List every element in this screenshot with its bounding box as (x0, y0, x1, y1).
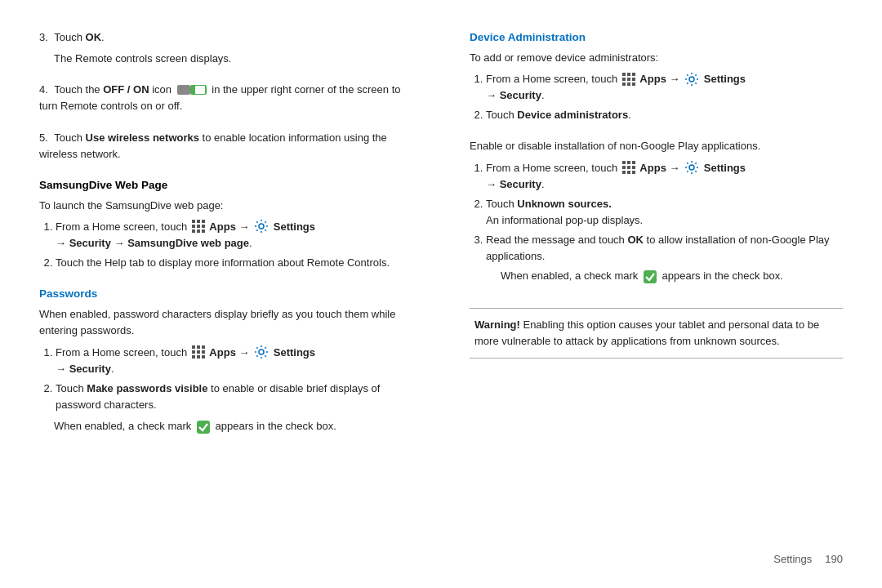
us-apps-label: Apps (639, 162, 666, 174)
svg-rect-16 (192, 350, 195, 354)
passwords-step1: From a Home screen, touch (56, 345, 412, 377)
samsungdive-steps: From a Home screen, touch (39, 219, 412, 271)
step4-text: 4. Touch the OFF / ON icon in the upper … (39, 82, 412, 114)
svg-point-22 (259, 350, 264, 354)
step3-ok: OK (86, 31, 102, 43)
apps-icon-2 (192, 345, 205, 359)
step5-text: 5. Touch Use wireless networks to enable… (39, 130, 412, 163)
svg-rect-6 (192, 225, 195, 228)
svg-rect-7 (197, 225, 200, 228)
check-icon-2 (643, 270, 657, 284)
svg-rect-5 (202, 220, 205, 223)
us-step2-bold: Unknown sources. (517, 198, 612, 210)
svg-rect-37 (622, 166, 626, 169)
svg-rect-41 (627, 171, 630, 174)
warning-box: Warning! Enabling this option causes you… (470, 308, 843, 359)
passwords-section: Passwords When enabled, password charact… (39, 286, 412, 439)
step-5: 5. Touch Use wireless networks to enable… (39, 130, 412, 167)
svg-point-12 (259, 224, 264, 229)
us-check-text: When enabled, a check mark appears in th… (501, 268, 843, 284)
svg-rect-23 (197, 421, 210, 434)
samsungdive-intro: To launch the SamsungDive web page: (39, 198, 412, 214)
us-settings-label: Settings (704, 162, 746, 174)
da-step2: Touch Device administrators. (486, 107, 843, 123)
step5-bold: Use wireless networks (86, 131, 199, 144)
samsungdive-heading: SamsungDive Web Page (39, 177, 412, 194)
da-security-label: Security (500, 89, 541, 101)
da-step1: From a Home screen, touch (486, 71, 843, 104)
step3-number: 3. (39, 31, 48, 43)
svg-rect-14 (197, 345, 200, 349)
svg-rect-19 (192, 355, 195, 359)
unknown-intro: Enable or disable installation of non-Go… (470, 138, 843, 154)
us-arrow1: → (669, 162, 683, 174)
settings-icon-2 (254, 345, 269, 359)
step-3: 3. Touch OK. The Remote controls screen … (39, 29, 412, 72)
svg-rect-31 (627, 82, 630, 86)
svg-rect-3 (192, 220, 195, 223)
passwords-steps: From a Home screen, touch (39, 345, 412, 414)
passwords-check-text: When enabled, a check mark appears in th… (54, 418, 412, 434)
svg-rect-10 (197, 229, 200, 233)
svg-rect-2 (195, 86, 205, 94)
step4-bold: OFF / ON (103, 83, 149, 96)
svg-rect-0 (177, 85, 190, 95)
apps-icon-1 (192, 220, 205, 233)
step3-text: 3. Touch OK. (39, 29, 412, 46)
svg-rect-13 (192, 345, 195, 349)
samsungdive-arrow3: → (114, 237, 128, 249)
passwords-intro: When enabled, password characters displa… (39, 306, 412, 339)
step4-number: 4. (39, 83, 48, 96)
svg-rect-15 (202, 345, 205, 349)
svg-rect-4 (197, 220, 200, 223)
svg-rect-20 (197, 355, 200, 359)
step5-number: 5. (39, 131, 48, 144)
left-column: 3. Touch OK. The Remote controls screen … (39, 29, 429, 559)
footer-label: Settings (773, 553, 812, 565)
svg-rect-42 (632, 171, 635, 174)
apps-icon-4 (622, 161, 635, 174)
svg-rect-34 (622, 161, 626, 164)
samsungdive-apps-label: Apps (209, 220, 236, 233)
samsungdive-settings-label: Settings (274, 220, 315, 233)
settings-icon-4 (684, 160, 699, 175)
unknown-sources-steps: From a Home screen, touch (470, 160, 843, 285)
svg-rect-25 (627, 73, 630, 76)
svg-rect-21 (202, 355, 205, 359)
svg-rect-36 (632, 161, 635, 164)
us-step3: Read the message and touch OK to allow i… (486, 232, 843, 284)
us-arrow2: → (486, 178, 500, 190)
svg-rect-9 (192, 229, 195, 233)
footer-page-number: 190 (825, 553, 843, 565)
device-admin-section: Device Administration To add or remove d… (470, 29, 843, 128)
us-step2-sub: An informational pop-up displays. (486, 214, 643, 226)
samsungdive-webpage-label: SamsungDive web page (127, 237, 249, 249)
samsungdive-step1: From a Home screen, touch (56, 219, 412, 252)
device-admin-heading: Device Administration (470, 29, 843, 47)
samsungdive-step2: Touch the Help tab to display more infor… (56, 255, 412, 271)
us-step1: From a Home screen, touch (486, 160, 843, 193)
da-settings-label: Settings (704, 73, 746, 85)
svg-rect-11 (202, 229, 205, 233)
samsungdive-arrow2: → (56, 237, 69, 249)
page-content: 3. Touch OK. The Remote controls screen … (0, 0, 882, 588)
da-step2-bold: Device administrators (517, 109, 628, 121)
us-step2: Touch Unknown sources. An informational … (486, 196, 843, 229)
svg-rect-28 (627, 78, 630, 81)
device-admin-intro: To add or remove device administrators: (470, 50, 843, 66)
svg-rect-17 (197, 350, 200, 354)
passwords-arrow1: → (238, 346, 252, 359)
svg-rect-26 (632, 73, 635, 76)
passwords-security-label: Security (69, 363, 111, 375)
svg-point-33 (689, 77, 694, 82)
samsungdive-section: SamsungDive Web Page To launch the Samsu… (39, 177, 412, 276)
svg-rect-29 (632, 78, 635, 81)
us-security-label: Security (500, 178, 541, 190)
svg-rect-24 (622, 73, 626, 76)
svg-rect-8 (202, 225, 205, 228)
passwords-arrow2: → (56, 363, 69, 375)
footer: Settings 190 (773, 553, 843, 565)
device-admin-steps: From a Home screen, touch (470, 71, 843, 123)
da-arrow2: → (486, 89, 500, 101)
passwords-heading: Passwords (39, 286, 412, 303)
